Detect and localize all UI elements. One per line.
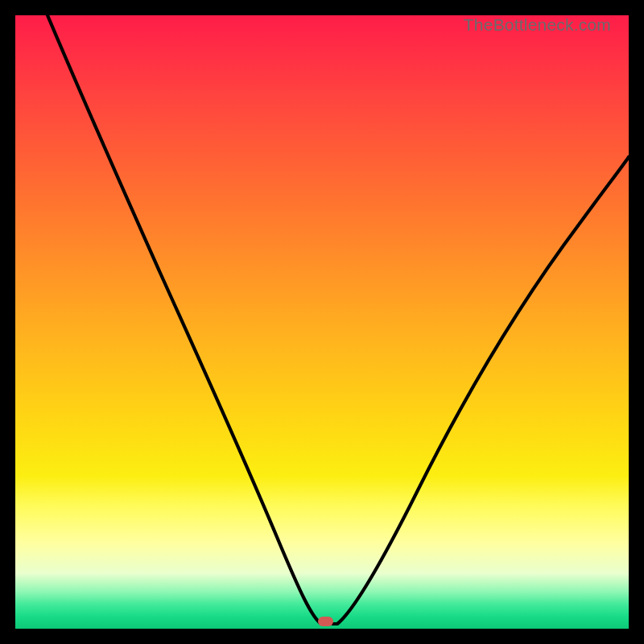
curve-path	[47, 15, 629, 624]
bottleneck-curve	[15, 15, 629, 629]
bottleneck-marker	[318, 617, 333, 626]
chart-frame: TheBottleneck.com	[0, 0, 644, 644]
chart-plot-area: TheBottleneck.com	[15, 15, 629, 629]
